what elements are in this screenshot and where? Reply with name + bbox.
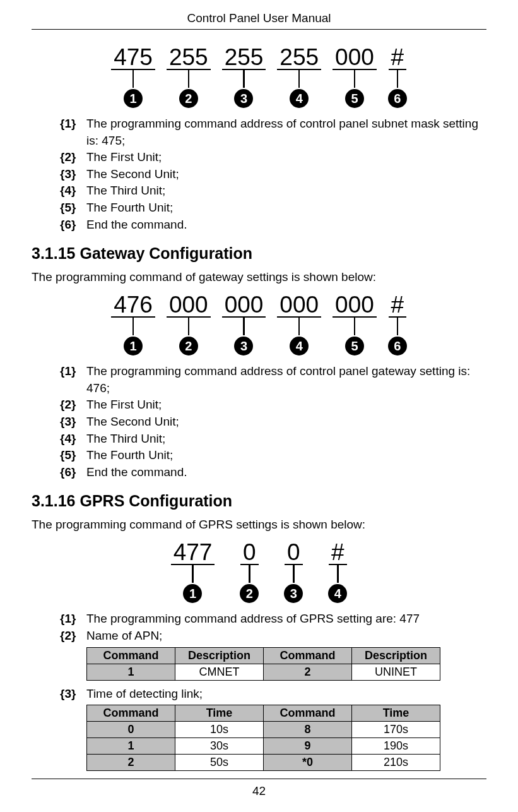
definition-number: {3} (60, 166, 79, 183)
definition-number: {1} (60, 611, 79, 628)
definition-text: End the command. (86, 464, 187, 481)
segment-badge: 2 (179, 89, 198, 108)
definition-number: {4} (60, 431, 79, 448)
definition-text: Name of APN; (86, 628, 162, 645)
definition-text: End the command. (86, 217, 187, 234)
definition-text: The Third Unit; (86, 182, 165, 200)
table-header: Time (175, 705, 264, 722)
definition-text: The programming command address of contr… (86, 116, 486, 149)
definition-item: {5}The Fourth Unit; (60, 200, 486, 217)
definition-item: {2}The First Unit; (60, 149, 486, 166)
segment-value: 000 (167, 293, 211, 318)
diagram-segment: 0003 (222, 293, 266, 355)
definition-item: {6}End the command. (60, 464, 486, 481)
table-cell: 50s (175, 755, 264, 771)
segment-badge: 6 (388, 89, 407, 108)
diagram-segment: #4 (328, 540, 347, 603)
table-header: Command (87, 647, 175, 664)
definition-text: The Fourth Unit; (86, 447, 173, 464)
segment-value: 475 (111, 45, 155, 70)
diagram-segment: 4771 (171, 540, 215, 603)
segment-badge: 3 (284, 584, 303, 603)
definition-text: The programming command address of contr… (86, 363, 486, 397)
table-cell: 0 (87, 722, 175, 738)
gprs-definitions: {1}The programming command address of GP… (32, 611, 486, 644)
definition-item: {3}The Second Unit; (60, 166, 486, 183)
table-cell: 210s (352, 755, 440, 771)
table-cell: 10s (175, 722, 264, 738)
diagram-segment: 03 (284, 540, 303, 603)
definition-number: {1} (60, 363, 79, 397)
definition-text: The First Unit; (86, 397, 162, 414)
diagram-segment: 0002 (167, 293, 211, 355)
table-cell: 2 (264, 664, 352, 680)
subnet-mask-diagram: 4751 2552 2553 2554 0005 #6 (32, 45, 486, 108)
segment-badge: 4 (290, 337, 309, 355)
gprs-definitions-3: {3}Time of detecting link; (32, 686, 486, 703)
segment-badge: 1 (183, 584, 202, 603)
diagram-segment: 02 (240, 540, 259, 603)
definition-number: {3} (60, 414, 79, 431)
table-cell: 9 (264, 738, 352, 755)
table-cell: UNINET (352, 664, 440, 680)
segment-value: 255 (277, 45, 321, 70)
segment-value: 255 (222, 45, 266, 70)
gateway-diagram: 4761 0002 0003 0004 0005 #6 (32, 293, 486, 355)
definition-item: {2}The First Unit; (60, 397, 486, 414)
diagram-segment: 0004 (277, 293, 321, 355)
definition-item: {3}The Second Unit; (60, 414, 486, 431)
segment-badge: 2 (240, 584, 259, 603)
segment-value: # (389, 45, 407, 70)
gateway-desc: The programming command of gateway setti… (32, 270, 486, 284)
table-row: 1 CMNET 2 UNINET (87, 664, 440, 680)
detect-link-table: Command Time Command Time 0 10s 8 170s 1… (86, 705, 440, 771)
subnet-mask-definitions: {1}The programming command address of co… (32, 116, 486, 233)
definition-item: {3}Time of detecting link; (60, 686, 486, 703)
page-header: Control Panel User Manual (32, 11, 486, 30)
definition-number: {5} (60, 447, 79, 464)
gprs-desc: The programming command of GPRS settings… (32, 518, 486, 532)
segment-value: 000 (333, 293, 377, 318)
table-cell: 190s (352, 738, 440, 755)
segment-value: # (329, 540, 347, 565)
segment-value: 000 (333, 45, 377, 70)
diagram-segment: 0005 (333, 45, 377, 108)
definition-text: Time of detecting link; (86, 686, 203, 703)
table-cell: 30s (175, 738, 264, 755)
definition-text: The Second Unit; (86, 166, 179, 183)
table-header: Command (87, 705, 175, 722)
definition-number: {1} (60, 116, 79, 149)
definition-number: {2} (60, 149, 79, 166)
segment-value: 476 (111, 293, 155, 318)
diagram-segment: 2554 (277, 45, 321, 108)
apn-table: Command Description Command Description … (86, 647, 440, 681)
definition-number: {3} (60, 686, 79, 703)
definition-text: The First Unit; (86, 149, 162, 166)
segment-value: 0 (285, 540, 303, 565)
segment-badge: 4 (290, 89, 309, 108)
definition-item: {4}The Third Unit; (60, 182, 486, 200)
segment-value: # (389, 293, 407, 318)
table-header-row: Command Time Command Time (87, 705, 440, 722)
gateway-definitions: {1}The programming command address of co… (32, 363, 486, 481)
segment-badge: 2 (179, 337, 198, 355)
segment-badge: 5 (345, 337, 364, 355)
definition-item: {4}The Third Unit; (60, 431, 486, 448)
segment-value: 000 (222, 293, 266, 318)
table-header: Time (352, 705, 440, 722)
diagram-segment: #6 (388, 293, 407, 355)
gprs-diagram: 4771 02 03 #4 (32, 540, 486, 603)
diagram-segment: 0005 (333, 293, 377, 355)
page-footer: 42 (32, 779, 486, 798)
segment-badge: 1 (124, 337, 143, 355)
table-cell: 170s (352, 722, 440, 738)
table-cell: *0 (264, 755, 352, 771)
segment-value: 255 (167, 45, 211, 70)
table-cell: 1 (87, 738, 175, 755)
definition-number: {5} (60, 200, 79, 217)
table-row: 0 10s 8 170s (87, 722, 440, 738)
segment-badge: 4 (328, 584, 347, 603)
definition-text: The Second Unit; (86, 414, 179, 431)
definition-text: The Fourth Unit; (86, 200, 173, 217)
table-header: Command (264, 647, 352, 664)
